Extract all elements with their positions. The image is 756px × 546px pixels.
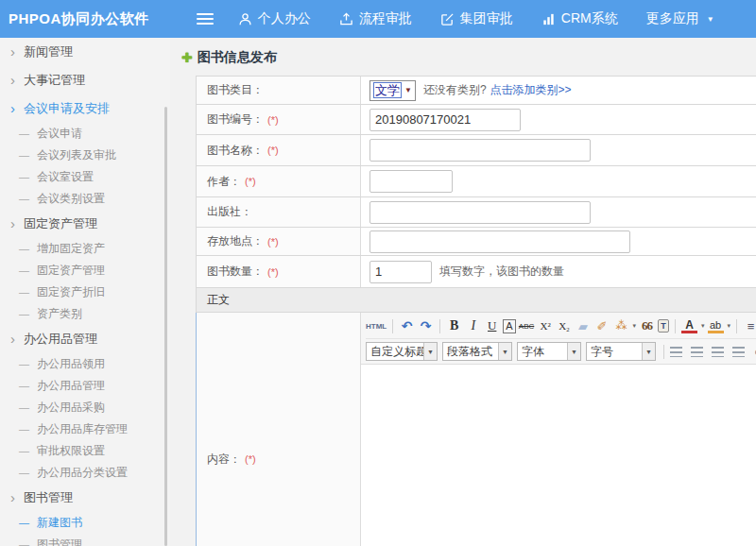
nav-more-apps[interactable]: 更多应用 ▼: [646, 10, 714, 27]
redo-button[interactable]: ↷: [418, 317, 434, 334]
align-right-button[interactable]: [712, 347, 724, 357]
field-label: 内容：: [207, 452, 241, 468]
sidebar-scrollbar[interactable]: [164, 107, 167, 546]
sidebar-item-asset-category[interactable]: —资产类别: [0, 303, 170, 325]
paste-as-text-button[interactable]: T: [658, 319, 669, 333]
sidebar-group-news-management[interactable]: ›新闻管理: [0, 38, 170, 66]
required-mark: (*): [267, 266, 279, 278]
highlight-color-button[interactable]: ab: [708, 319, 724, 333]
sidebar-group-fixed-assets[interactable]: ›固定资产管理: [0, 210, 170, 238]
italic-button[interactable]: I: [465, 317, 481, 334]
menu-toggle-icon[interactable]: [197, 13, 214, 25]
quantity-input[interactable]: [369, 261, 432, 283]
bold-button[interactable]: B: [446, 317, 462, 334]
align-left-button[interactable]: [670, 347, 682, 357]
form-row-author: 作者：(*): [196, 166, 756, 197]
dash-icon: —: [19, 381, 29, 391]
editor-content-area[interactable]: [361, 365, 756, 546]
insert-link-button[interactable]: ∞: [751, 343, 756, 360]
field-label: 出版社：: [207, 204, 252, 220]
sidebar-item-add-fixed-asset[interactable]: —增加固定资产: [0, 238, 170, 260]
html-source-button[interactable]: HTML: [366, 317, 387, 334]
font-family-select[interactable]: 字体 ▼: [517, 342, 581, 361]
form-row-content: 内容：(*) HTML ↶ ↷ B I U A ABC X²: [196, 313, 756, 546]
strikethrough-button[interactable]: ABC: [519, 317, 535, 334]
spray-color-button[interactable]: ⁂: [613, 317, 629, 334]
nav-personal-office[interactable]: 个人办公: [238, 10, 311, 27]
paragraph-format-select[interactable]: 段落格式 ▼: [442, 342, 512, 361]
sidebar-item-supplies-inventory[interactable]: —办公用品库存管理: [0, 418, 170, 440]
sidebar-group-office-supplies[interactable]: ›办公用品管理: [0, 325, 170, 353]
form-row-publisher: 出版社：: [196, 197, 756, 228]
nav-crm-system[interactable]: CRM系统: [541, 10, 618, 27]
caret-down-icon[interactable]: ▾: [633, 322, 637, 330]
sidebar-group-events-management[interactable]: ›大事记管理: [0, 66, 170, 94]
dash-icon: —: [19, 194, 29, 204]
sidebar-item-supplies-category-settings[interactable]: —办公用品分类设置: [0, 462, 170, 484]
subscript-button[interactable]: X₂: [557, 317, 573, 334]
dash-icon: —: [19, 172, 29, 182]
sidebar-item-label: 办公用品分类设置: [37, 465, 128, 481]
sidebar-item-supplies-claim[interactable]: —办公用品领用: [0, 353, 170, 375]
sidebar-item-supplies-purchase[interactable]: —办公用品采购: [0, 397, 170, 418]
select-label: 字号: [587, 343, 642, 360]
sidebar-item-meeting-room-settings[interactable]: —会议室设置: [0, 166, 170, 188]
caret-down-icon[interactable]: ▾: [701, 322, 705, 330]
font-size-select[interactable]: 字号 ▼: [586, 342, 656, 361]
sidebar-item-new-book[interactable]: —新建图书: [0, 512, 170, 534]
dash-icon: —: [19, 518, 29, 528]
form-row-location: 存放地点：(*): [196, 228, 756, 256]
caret-down-icon[interactable]: ▾: [728, 322, 731, 330]
dash-icon: —: [19, 424, 29, 435]
sidebar-item-fixed-asset-management[interactable]: —固定资产管理: [0, 260, 170, 282]
sidebar-item-meeting-apply[interactable]: —会议申请: [0, 123, 170, 145]
page-title: ✚ 图书信息发布: [181, 49, 756, 66]
sidebar-group-book-management[interactable]: ›图书管理: [0, 484, 170, 512]
select-label: 段落格式: [443, 343, 498, 360]
nav-label: 个人办公: [258, 10, 311, 27]
field-label: 图书编号：: [207, 111, 264, 128]
custom-title-select[interactable]: 自定义标题 ▼: [366, 342, 438, 361]
author-input[interactable]: [369, 170, 453, 193]
char-border-button[interactable]: A: [503, 319, 515, 333]
underline-button[interactable]: U: [484, 317, 500, 334]
nav-workflow-approval[interactable]: 流程审批: [339, 10, 412, 27]
location-input[interactable]: [369, 230, 630, 253]
book-name-input[interactable]: [369, 139, 591, 162]
sidebar-item-approval-permission-settings[interactable]: —审批权限设置: [0, 440, 170, 462]
sidebar-item-label: 会议申请: [37, 126, 82, 142]
align-justify-button[interactable]: [732, 347, 745, 357]
rich-text-editor: HTML ↶ ↷ B I U A ABC X² X₂ ▰ ✐: [361, 313, 756, 546]
publisher-input[interactable]: [369, 201, 591, 224]
nav-label: 集团审批: [460, 10, 513, 27]
align-center-button[interactable]: [691, 347, 703, 357]
dash-icon: —: [19, 539, 29, 546]
font-color-button[interactable]: A: [681, 318, 697, 333]
dash-icon: —: [19, 402, 29, 413]
sidebar-item-meeting-list-approval[interactable]: —会议列表及审批: [0, 145, 170, 166]
eraser-button[interactable]: ▰: [576, 317, 592, 334]
add-category-link[interactable]: 点击添加类别>>: [490, 82, 572, 98]
book-code-input[interactable]: [369, 109, 521, 131]
sidebar-item-meeting-category-settings[interactable]: —会议类别设置: [0, 188, 170, 210]
sidebar-item-supplies-management[interactable]: —办公用品管理: [0, 375, 170, 397]
select-label: 自定义标题: [367, 343, 423, 360]
category-select[interactable]: 文学 ▼: [369, 80, 416, 101]
sidebar-group-label: 办公用品管理: [24, 331, 97, 348]
field-label: 图书类目：: [207, 82, 264, 98]
format-brush-button[interactable]: ✐: [594, 317, 610, 334]
sidebar-group-meeting-application[interactable]: ›会议申请及安排: [0, 94, 170, 123]
nav-group-approval[interactable]: 集团审批: [440, 10, 513, 27]
nav-label: 更多应用: [646, 10, 699, 27]
blockquote-button[interactable]: 66: [639, 317, 655, 334]
toolbar-separator: [392, 319, 393, 333]
toolbar-separator: [663, 345, 664, 359]
dash-icon: —: [19, 468, 29, 478]
sidebar-item-book-management[interactable]: —图书管理: [0, 534, 170, 546]
superscript-button[interactable]: X²: [538, 317, 554, 334]
sidebar-item-label: 资产类别: [37, 306, 82, 322]
book-form: 图书类目： 文学 ▼ 还没有类别? 点击添加类别>> 图书编号：(*) 图书名称…: [196, 76, 756, 546]
sidebar-item-fixed-asset-depreciation[interactable]: —固定资产折旧: [0, 282, 170, 303]
ordered-list-button[interactable]: ≡: [743, 317, 756, 334]
undo-button[interactable]: ↶: [399, 317, 415, 334]
